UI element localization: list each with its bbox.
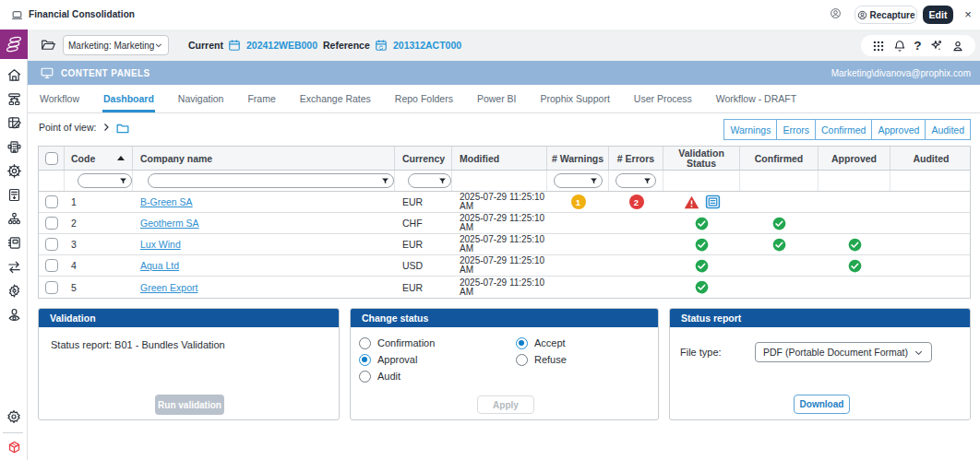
sidebar-item-automation[interactable] [0, 278, 28, 302]
sidebar-item-org-chart[interactable] [0, 206, 28, 230]
sidebar-item-form[interactable] [0, 183, 28, 206]
tab-prophix-support[interactable]: Prophix Support [529, 85, 622, 112]
column-header-modified[interactable]: Modified [452, 147, 547, 170]
radio-audit[interactable]: Audit [359, 368, 435, 384]
confirmed-cell [740, 255, 819, 276]
close-icon[interactable]: × [960, 6, 976, 24]
column-header-warnings[interactable]: # Warnings [547, 147, 609, 170]
validation-status-report-text: Status report: B01 - Bundles Validation [51, 339, 225, 350]
filter-input-errors[interactable] [615, 173, 656, 188]
filter-button-audited[interactable]: Audited [925, 119, 971, 140]
run-validation-button[interactable]: Run validation [155, 395, 224, 415]
tab-workflow[interactable]: Workflow [28, 85, 91, 112]
column-header-currency[interactable]: Currency [395, 147, 452, 170]
column-header-validation-status[interactable]: ValidationStatus [663, 147, 740, 170]
apply-button[interactable]: Apply [477, 395, 534, 414]
code-cell: 5 [65, 277, 133, 298]
sidebar-item-people[interactable] [0, 302, 28, 326]
reference-calendar-icon[interactable] [375, 39, 388, 52]
reference-period-value[interactable]: 201312ACT000 [393, 29, 461, 61]
tab-frame[interactable]: Frame [235, 85, 287, 112]
sidebar-item-process[interactable] [0, 159, 28, 183]
sidebar-item-settings[interactable] [0, 409, 28, 424]
error-count-badge[interactable]: 2 [629, 195, 644, 209]
current-period-value[interactable]: 202412WEB000 [246, 29, 317, 61]
chevron-right-icon[interactable] [101, 122, 112, 133]
validation-warning-icon[interactable] [684, 195, 699, 209]
column-header-confirmed[interactable]: Confirmed [740, 147, 819, 170]
tab-dashboard[interactable]: Dashboard [91, 85, 166, 112]
filter-input-warnings[interactable] [554, 173, 603, 188]
radio-approval[interactable]: Approval [359, 351, 435, 368]
company-link[interactable]: Aqua Ltd [140, 260, 179, 271]
sidebar-item-company[interactable] [0, 135, 28, 159]
current-period-label: Current [188, 29, 223, 61]
filter-button-confirmed[interactable]: Confirmed [815, 119, 872, 140]
filter-button-approved[interactable]: Approved [871, 119, 926, 140]
filter-input-currency[interactable] [408, 173, 451, 188]
bell-icon[interactable] [893, 40, 906, 53]
code-cell: 1 [65, 192, 133, 212]
filter-input-company-name[interactable] [148, 173, 394, 188]
confirmed-check-icon [772, 217, 786, 230]
radio-confirmation[interactable]: Confirmation [359, 335, 435, 351]
filter-input-code[interactable] [78, 173, 132, 188]
column-header-code[interactable]: Code [65, 147, 133, 170]
tab-exchange-rates[interactable]: Exchange Rates [288, 85, 383, 112]
company-link[interactable]: Green Export [140, 282, 197, 293]
prophix-logo[interactable] [0, 29, 28, 59]
radio-circle-icon [516, 337, 528, 349]
errors-cell: 2 [609, 192, 663, 212]
recapture-button[interactable]: Recapture [855, 6, 917, 24]
tab-navigation[interactable]: Navigation [166, 85, 236, 112]
download-button[interactable]: Download [794, 395, 850, 414]
radio-refuse[interactable]: Refuse [516, 351, 567, 368]
row-checkbox[interactable] [45, 217, 58, 230]
capture-icon[interactable] [830, 7, 842, 19]
company-icon [6, 139, 22, 155]
column-header-approved[interactable]: Approved [819, 147, 890, 170]
filter-cell-warnings [547, 171, 609, 191]
validation-report-icon[interactable] [705, 195, 721, 209]
sidebar-item-workflow[interactable] [0, 87, 28, 111]
filter-button-warnings[interactable]: Warnings [723, 119, 777, 140]
help-icon[interactable]: ? [914, 40, 921, 53]
title-bar: Financial Consolidation Recapture Edit × [0, 0, 980, 29]
file-type-select[interactable]: PDF (Portable Document Format) [755, 342, 932, 362]
column-header-company-name[interactable]: Company name [133, 147, 395, 170]
row-checkbox[interactable] [45, 195, 58, 208]
code-cell: 3 [65, 234, 133, 254]
company-link[interactable]: Lux Wind [140, 239, 181, 250]
sidebar-item-home[interactable] [0, 63, 28, 87]
filter-button-errors[interactable]: Errors [776, 119, 816, 140]
content-panels-header: CONTENT PANELS Marketing\divanova@prophi… [28, 61, 980, 85]
sidebar-item-data-entry[interactable] [0, 111, 28, 135]
row-checkbox[interactable] [45, 281, 58, 294]
radio-accept[interactable]: Accept [516, 335, 567, 351]
sidebar-item-journal[interactable] [0, 230, 28, 254]
sidebar-item-exchange[interactable] [0, 254, 28, 278]
tab-repo-folders[interactable]: Repo Folders [383, 85, 465, 112]
apps-grid-icon[interactable] [872, 40, 885, 53]
open-folder-icon[interactable] [41, 38, 56, 52]
current-calendar-icon[interactable] [228, 39, 241, 52]
user-icon[interactable] [951, 40, 964, 53]
edit-button[interactable]: Edit [923, 6, 953, 24]
ai-sparkle-icon[interactable] [929, 39, 943, 53]
company-link[interactable]: B-Green SA [140, 196, 193, 207]
pov-folder-icon[interactable] [116, 123, 129, 134]
column-header-audited[interactable]: Audited [890, 147, 972, 170]
tab-power-bi[interactable]: Power BI [465, 85, 529, 112]
row-checkbox[interactable] [45, 238, 58, 251]
tab-workflow-draft[interactable]: Workflow - DRAFT [704, 85, 808, 112]
column-header-errors[interactable]: # Errors [609, 147, 663, 170]
scenario-select[interactable]: Marketing: Marketing [63, 35, 169, 55]
select-all-checkbox[interactable] [45, 152, 58, 165]
row-checkbox[interactable] [45, 259, 58, 272]
sidebar-item-cube[interactable] [0, 440, 28, 454]
company-link[interactable]: Geotherm SA [140, 218, 199, 229]
warning-count-badge[interactable]: 1 [571, 195, 586, 209]
radio-circle-icon [359, 354, 371, 366]
filter-cell-company [133, 171, 395, 191]
tab-user-process[interactable]: User Process [622, 85, 704, 112]
